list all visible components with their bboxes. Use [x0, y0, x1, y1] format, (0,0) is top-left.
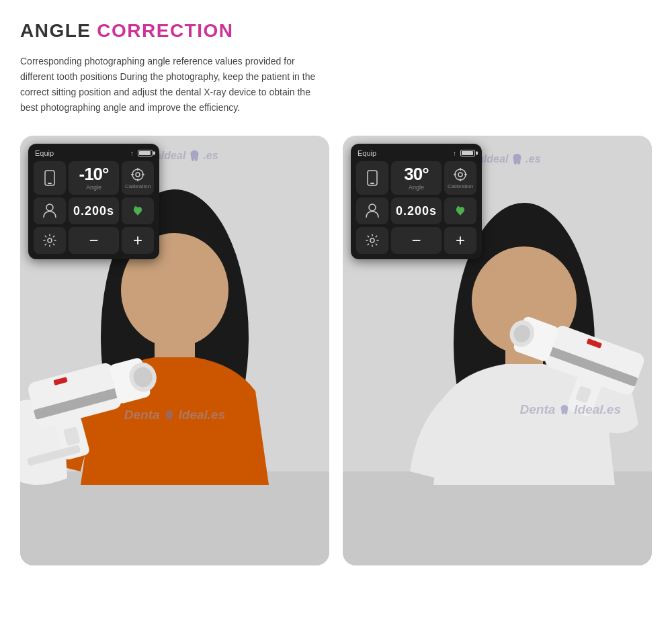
description-text: Corresponding photographing angle refere… — [20, 54, 323, 116]
equip-label-left: Equip — [35, 149, 54, 157]
leaf-icon-left — [130, 203, 145, 218]
time-cell-right: 0.200s — [391, 197, 442, 224]
title-angle: ANGLE — [20, 20, 91, 42]
minus-label-left: − — [89, 232, 98, 248]
panel-right: Dentaldeal .es Denta ldeal.es Equip ↑ — [343, 136, 652, 565]
equip-label-right: Equip — [358, 149, 376, 157]
calibration-icon-right — [453, 167, 468, 182]
svg-point-17 — [136, 173, 140, 177]
plus-btn-right[interactable]: + — [444, 227, 476, 254]
settings-btn-left[interactable] — [34, 227, 66, 254]
svg-rect-25 — [343, 471, 652, 565]
person-icon-left — [42, 203, 57, 219]
leaf-icon-right — [453, 203, 468, 218]
phone-cell-right — [356, 161, 388, 195]
settings-icon-right — [366, 234, 379, 247]
angle-label-left: Angle — [86, 184, 101, 191]
device-top-bar-left: Equip ↑ — [34, 149, 154, 157]
phone-cell-left — [34, 161, 66, 195]
signal-icon-left: ↑ — [130, 150, 134, 157]
angle-label-right: Angle — [409, 184, 424, 191]
phone-icon-right — [366, 170, 379, 186]
status-icons-right: ↑ — [453, 150, 475, 157]
page-container: ANGLE CORRECTION Corresponding photograp… — [0, 0, 672, 638]
time-value-left: 0.200s — [73, 205, 114, 217]
svg-point-23 — [48, 238, 52, 242]
angle-cell-left: -10° Angle — [69, 161, 119, 195]
images-row: Dentaldeal .es Denta ldeal.es Equip — [20, 136, 652, 565]
minus-label-right: − — [411, 232, 421, 248]
phone-icon-left — [43, 170, 56, 186]
calibration-label-right: Calibration — [448, 183, 473, 189]
svg-point-46 — [370, 238, 374, 242]
title-correction: CORRECTION — [97, 20, 233, 42]
leaf-cell-right — [444, 197, 476, 224]
angle-cell-right: 30° Angle — [391, 161, 442, 195]
status-icons-left: ↑ — [130, 150, 153, 157]
device-row3-right: − + — [356, 227, 476, 254]
time-value-right: 0.200s — [396, 205, 437, 217]
device-row1-left: -10° Angle Calibration — [34, 161, 154, 195]
person-cell-right — [356, 197, 388, 224]
settings-icon-left — [43, 234, 56, 247]
angle-value-right: 30° — [404, 165, 428, 183]
device-row2-left: 0.200s — [34, 197, 154, 224]
svg-point-45 — [369, 204, 376, 211]
svg-point-39 — [455, 169, 466, 180]
battery-icon-right — [460, 150, 475, 156]
plus-label-left: + — [133, 232, 142, 248]
svg-rect-15 — [48, 183, 52, 184]
svg-point-40 — [458, 173, 462, 177]
time-cell-left: 0.200s — [69, 197, 119, 224]
calibration-icon-left — [130, 167, 145, 182]
person-cell-left — [34, 197, 66, 224]
svg-point-22 — [46, 204, 53, 211]
leaf-cell-left — [122, 197, 154, 224]
device-ui-right: Equip ↑ — [351, 144, 482, 259]
device-row3-left: − + — [34, 227, 154, 254]
svg-rect-38 — [370, 183, 374, 184]
plus-btn-left[interactable]: + — [122, 227, 154, 254]
calibration-cell-right: Calibration — [444, 161, 476, 195]
calibration-label-left: Calibration — [125, 183, 151, 189]
person-icon-right — [365, 203, 380, 219]
svg-rect-1 — [20, 471, 329, 565]
title-space — [91, 20, 97, 42]
calibration-cell-left: Calibration — [122, 161, 154, 195]
page-title: ANGLE CORRECTION — [20, 20, 652, 42]
plus-label-right: + — [456, 232, 465, 248]
panel-left: Dentaldeal .es Denta ldeal.es Equip — [20, 136, 329, 565]
settings-btn-right[interactable] — [356, 227, 388, 254]
device-top-bar-right: Equip ↑ — [356, 149, 476, 157]
svg-point-16 — [132, 169, 143, 180]
device-ui-left: Equip ↑ — [28, 144, 159, 259]
signal-icon-right: ↑ — [453, 150, 456, 157]
device-row1-right: 30° Angle Calibration — [356, 161, 476, 195]
angle-value-left: -10° — [79, 165, 109, 183]
battery-icon-left — [138, 150, 153, 156]
minus-btn-right[interactable]: − — [391, 227, 442, 254]
device-row2-right: 0.200s — [356, 197, 476, 224]
minus-btn-left[interactable]: − — [69, 227, 119, 254]
